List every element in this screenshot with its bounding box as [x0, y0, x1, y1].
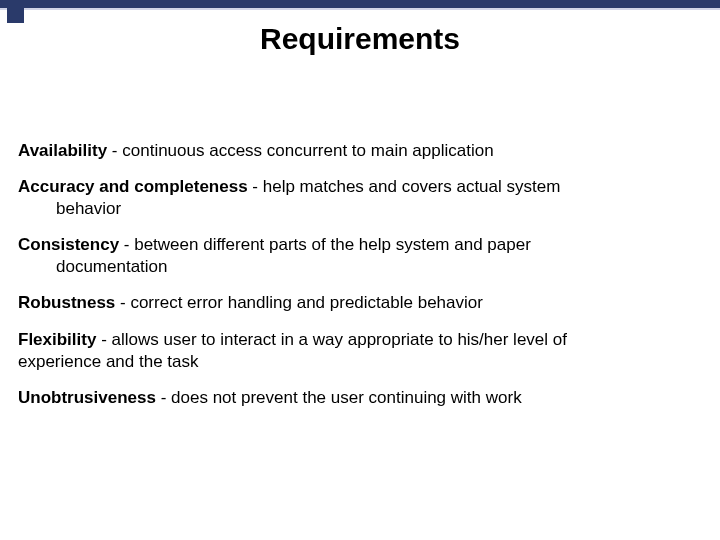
list-item: Accuracy and completeness - help matches…	[18, 176, 692, 220]
requirements-list: Availability - continuous access concurr…	[18, 140, 692, 423]
desc: continuous access concurrent to main app…	[122, 141, 493, 160]
desc: correct error handling and predictable b…	[130, 293, 482, 312]
list-item: Robustness - correct error handling and …	[18, 292, 692, 314]
sep: -	[107, 141, 122, 160]
term: Consistency	[18, 235, 119, 254]
sep: -	[96, 330, 111, 349]
desc-wrap: behavior	[56, 198, 692, 220]
desc: between different parts of the help syst…	[134, 235, 531, 254]
desc: help matches and covers actual system	[263, 177, 561, 196]
term: Accuracy and completeness	[18, 177, 248, 196]
slide-title: Requirements	[0, 22, 720, 56]
desc: does not prevent the user continuing wit…	[171, 388, 522, 407]
term: Flexibility	[18, 330, 96, 349]
sep: -	[248, 177, 263, 196]
desc-wrap: documentation	[56, 256, 692, 278]
list-item: Consistency - between different parts of…	[18, 234, 692, 278]
desc-wrap: experience and the task	[18, 351, 692, 373]
list-item: Flexibility - allows user to interact in…	[18, 329, 692, 373]
term: Availability	[18, 141, 107, 160]
list-item: Unobtrusiveness - does not prevent the u…	[18, 387, 692, 409]
header-underline	[0, 8, 720, 10]
sep: -	[115, 293, 130, 312]
term: Robustness	[18, 293, 115, 312]
term: Unobtrusiveness	[18, 388, 156, 407]
sep: -	[156, 388, 171, 407]
sep: -	[119, 235, 134, 254]
corner-square-icon	[7, 6, 24, 23]
list-item: Availability - continuous access concurr…	[18, 140, 692, 162]
header-bar	[0, 0, 720, 8]
desc: allows user to interact in a way appropr…	[112, 330, 567, 349]
